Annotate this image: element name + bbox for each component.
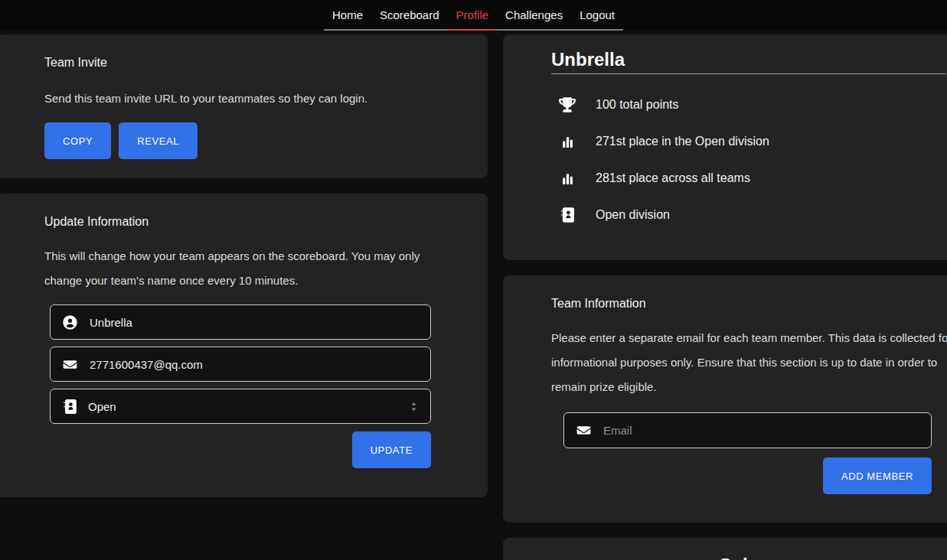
update-information-form: Open UPDATE [44,304,439,468]
stat-division-place: 271st place in the Open division [551,123,946,160]
nav-item-challenges[interactable]: Challenges [497,0,571,31]
add-member-button[interactable]: ADD MEMBER [823,457,932,494]
team-summary-card: Unbrella 100 total points 271st place in… [503,34,947,260]
reveal-button[interactable]: REVEAL [119,122,198,159]
update-actions: UPDATE [44,431,431,468]
member-email-input[interactable] [602,423,919,438]
trophy-icon [558,96,576,114]
right-column: Unbrella 100 total points 271st place in… [503,34,947,560]
copy-button[interactable]: COPY [44,122,111,159]
team-stats-list: 100 total points 271st place in the Open… [551,86,946,233]
team-name-field-wrapper [50,304,431,340]
sort-arrows-icon [410,401,418,412]
next-section-card: Solves [503,538,947,560]
update-information-title: Update Information [44,213,439,230]
team-invite-description: Send this team invite URL to your teamma… [44,86,439,111]
nav-item-logout[interactable]: Logout [571,0,623,31]
stat-overall-place: 281st place across all teams [551,160,946,197]
address-book-icon [63,399,77,414]
team-invite-actions: COPY REVEAL [44,122,439,159]
stat-text: 281st place across all teams [596,171,750,185]
left-column: Team Invite Send this team invite URL to… [0,34,488,513]
member-email-field-wrapper [563,412,932,448]
team-invite-title: Team Invite [44,54,439,71]
next-section-title: Solves [551,555,946,560]
stat-text: 271st place in the Open division [596,135,769,148]
envelope-icon [576,423,591,438]
top-navbar: Home Scoreboard Profile Challenges Logou… [0,0,947,31]
nav-item-profile[interactable]: Profile [448,0,498,31]
team-name-heading: Unbrella [551,47,946,72]
update-button[interactable]: UPDATE [352,431,431,468]
bar-chart-icon [558,132,576,151]
nav-item-home[interactable]: Home [324,0,371,31]
stat-text: Open division [596,208,670,222]
nav-item-scoreboard[interactable]: Scoreboard [371,0,448,31]
bar-chart-icon [558,169,576,187]
division-select[interactable]: Open [50,389,431,424]
team-email-field-wrapper [50,347,431,382]
team-name-input[interactable] [88,315,418,330]
team-information-title: Team Information [551,295,947,312]
team-email-input[interactable] [88,357,418,372]
heading-divider [551,73,946,74]
update-information-description: This will change how your team appears o… [44,244,439,293]
envelope-icon [63,357,77,372]
add-member-actions: ADD MEMBER [551,457,932,494]
stat-text: 100 total points [596,98,679,112]
stat-division: Open division [551,197,946,233]
circle-user-icon [63,315,77,330]
update-information-card: Update Information This will change how … [0,194,488,497]
stat-total-points: 100 total points [551,86,946,123]
nav-list: Home Scoreboard Profile Challenges Logou… [324,0,623,31]
team-invite-card: Team Invite Send this team invite URL to… [0,34,488,178]
address-book-icon [558,206,576,224]
division-select-value: Open [88,400,410,413]
team-information-card: Team Information Please enter a separate… [503,275,947,523]
team-information-description: Please enter a separate email for each t… [551,326,947,399]
